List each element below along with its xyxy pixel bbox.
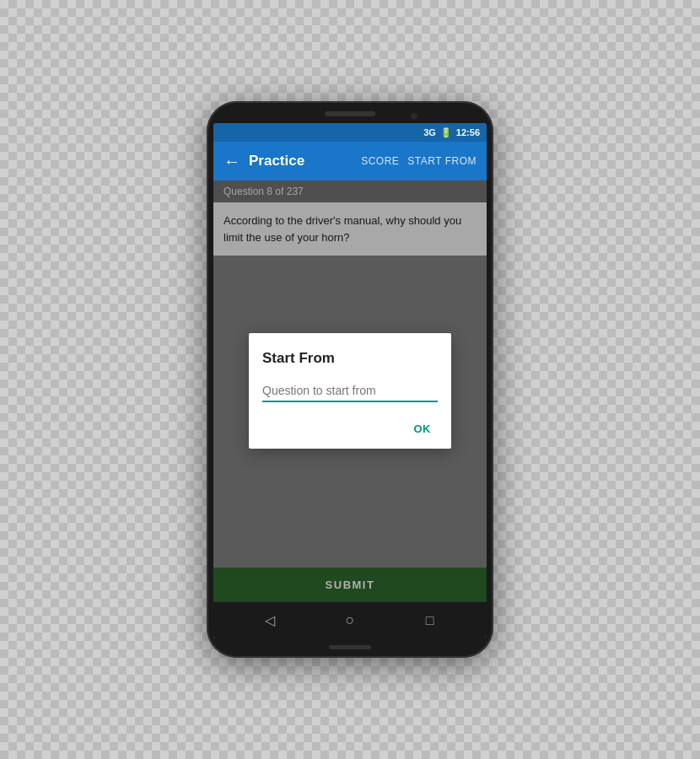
question-number-input[interactable] — [262, 380, 438, 401]
app-bar: ← Practice SCORE START FROM — [213, 142, 487, 180]
phone-screen: 3G 🔋 12:56 ← Practice SCORE START FROM Q… — [213, 123, 487, 638]
phone-device: 3G 🔋 12:56 ← Practice SCORE START FROM Q… — [207, 101, 493, 658]
app-title: Practice — [249, 153, 353, 170]
dialog-overlay: Start From OK — [213, 180, 487, 601]
dialog-ok-button[interactable]: OK — [407, 419, 439, 439]
bottom-nav-bar — [213, 601, 487, 638]
battery-icon: 🔋 — [440, 127, 452, 138]
start-from-dialog: Start From OK — [249, 333, 451, 449]
dialog-title: Start From — [262, 350, 438, 367]
signal-indicator: 3G — [423, 127, 436, 137]
phone-speaker — [325, 111, 375, 116]
score-menu-item[interactable]: SCORE — [361, 155, 399, 167]
nav-recent-button[interactable] — [418, 609, 442, 632]
nav-back-button[interactable] — [258, 609, 282, 632]
dialog-buttons: OK — [262, 419, 438, 439]
start-from-menu-item[interactable]: START FROM — [407, 155, 477, 167]
clock: 12:56 — [456, 127, 480, 137]
status-bar: 3G 🔋 12:56 — [213, 123, 487, 142]
back-button[interactable]: ← — [223, 152, 240, 171]
nav-home-button[interactable] — [338, 609, 362, 632]
content-area: Question 8 of 237 According to the drive… — [213, 180, 487, 601]
phone-camera — [411, 113, 417, 120]
dialog-input-wrapper — [262, 380, 438, 402]
phone-bottom-button — [329, 645, 371, 649]
